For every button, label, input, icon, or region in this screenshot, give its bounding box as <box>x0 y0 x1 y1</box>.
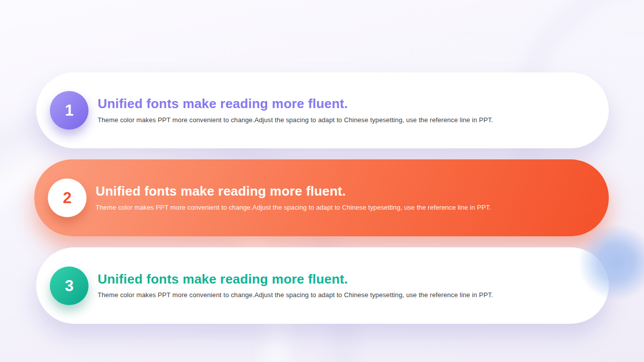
card-title: Unified fonts make reading more fluent. <box>98 272 493 287</box>
card-description: Theme color makes PPT more convenient to… <box>98 291 493 299</box>
number-badge-2: 2 <box>48 178 87 217</box>
card-description: Theme color makes PPT more convenient to… <box>96 204 491 211</box>
badge-number: 2 <box>63 190 71 206</box>
slide-background: { "slide": { "cards": [ { "number": "1",… <box>0 0 644 362</box>
card-text-block: Unified fonts make reading more fluent. … <box>98 96 493 124</box>
card-text-block: Unified fonts make reading more fluent. … <box>98 272 493 300</box>
number-badge-1: 1 <box>50 91 89 130</box>
badge-number: 3 <box>65 278 73 294</box>
list-item-card-3: 3 Unified fonts make reading more fluent… <box>36 247 609 324</box>
card-description: Theme color makes PPT more convenient to… <box>98 116 493 124</box>
list-item-card-2: 2 Unified fonts make reading more fluent… <box>34 159 609 236</box>
card-title: Unified fonts make reading more fluent. <box>98 96 493 112</box>
list-item-card-1: 1 Unified fonts make reading more fluent… <box>36 72 609 148</box>
number-badge-3: 3 <box>50 266 89 305</box>
card-title: Unified fonts make reading more fluent. <box>96 184 491 199</box>
badge-number: 1 <box>65 103 73 118</box>
card-text-block: Unified fonts make reading more fluent. … <box>96 184 491 212</box>
